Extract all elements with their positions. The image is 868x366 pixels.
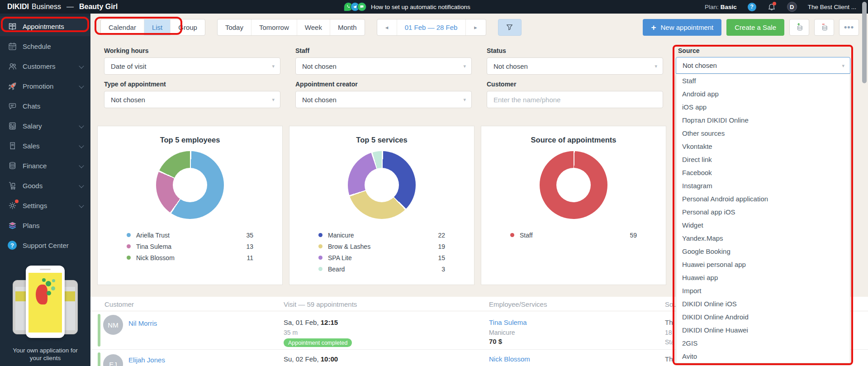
sidebar-item-plans[interactable]: Plans (0, 215, 90, 235)
source-option[interactable]: Personal app iOS (676, 205, 850, 219)
visit-datetime: Sa, 01 Feb, 12:15 (284, 318, 338, 326)
staff-select[interactable]: Not chosen (295, 57, 472, 75)
toolbar: Calendar List Group Today Tomorrow Week … (90, 14, 868, 41)
sidebar-item-chats[interactable]: Chats (0, 96, 90, 116)
scrollbar-thumb[interactable] (862, 2, 867, 83)
source-option[interactable]: Google Booking (676, 245, 850, 258)
status-badge: Appointment completed (284, 338, 352, 347)
chevron-down-icon (79, 83, 84, 88)
source-option[interactable]: Staff (676, 74, 850, 87)
prev-period-arrow[interactable]: ◂ (377, 19, 397, 35)
sidebar-item-schedule[interactable]: Schedule (0, 36, 90, 56)
account-avatar[interactable]: D (787, 2, 797, 12)
source-option[interactable]: Facebook (676, 166, 850, 179)
source-option[interactable]: DIKIDI Online iOS (676, 297, 850, 310)
legend-dot (318, 256, 323, 260)
sidebar-item-goods[interactable]: Goods (0, 176, 90, 195)
legend-value: 3 (441, 266, 445, 273)
employee-name-link[interactable]: Tina Sulema (489, 318, 527, 326)
help-icon[interactable]: ? (748, 3, 756, 11)
source-option[interactable]: DIKIDI Online Android (676, 310, 850, 323)
filter-working-hours: Working hours Date of visit (104, 47, 280, 75)
sidebar-item-customers[interactable]: Customers (0, 56, 90, 76)
legend-label: Ariella Trust (136, 232, 246, 239)
appointments-book-icon (7, 21, 17, 31)
chart-title: Source of appointments (531, 136, 617, 144)
sidebar-item-sales[interactable]: Sales (0, 136, 90, 156)
type-of-appointment-select[interactable]: Not chosen (104, 91, 280, 108)
sidebar-item-label: Schedule (23, 43, 51, 50)
calendar-icon (7, 41, 17, 51)
account-name[interactable]: The Best Client ... (808, 4, 856, 10)
legend-item: Staff59 (510, 229, 637, 241)
tab-group[interactable]: Group (171, 19, 205, 35)
source-option[interactable]: Import (676, 284, 850, 297)
sidebar-item-support-center[interactable]: Support Center (0, 235, 90, 255)
legend-value: 35 (246, 232, 253, 239)
source-option[interactable]: DIKIDI Online Huawei (676, 323, 850, 337)
source-option[interactable]: iOS app (676, 100, 850, 114)
date-navigator: ◂ 01 Feb — 28 Feb ▸ (377, 19, 486, 36)
employee-name-link[interactable]: Nick Blossom (489, 355, 530, 363)
tab-calendar[interactable]: Calendar (101, 19, 144, 35)
status-select[interactable]: Not chosen (487, 57, 663, 75)
source-option[interactable]: Yandex.Maps (676, 232, 850, 245)
source-select[interactable]: Not chosen (676, 57, 850, 74)
banner-text[interactable]: How to set up automatic notifications (371, 4, 470, 10)
chart-card-top5-employees: Top 5 employees Ariella Trust35 Tina Sul… (97, 126, 283, 285)
source-option[interactable]: Instagram (676, 179, 850, 192)
source-option[interactable]: Vkontakte (676, 140, 850, 153)
tab-tomorrow[interactable]: Tomorrow (251, 19, 297, 35)
source-option[interactable]: Other sources (676, 127, 850, 140)
working-hours-select[interactable]: Date of visit (104, 57, 280, 75)
source-option[interactable]: Widget (676, 219, 850, 232)
phone-center (26, 266, 65, 338)
source-option[interactable]: 2GIS (676, 337, 850, 350)
visit-time: 10:00 (321, 355, 338, 363)
filter-label: Status (487, 47, 663, 54)
sidebar-item-promotion[interactable]: Promotion (0, 76, 90, 96)
chevron-down-icon (79, 143, 84, 148)
sidebar-item-label: Salary (23, 122, 42, 130)
filter-label: Working hours (104, 47, 280, 54)
appointment-creator-select[interactable]: Not chosen (295, 91, 472, 108)
source-option[interactable]: Personal Android application (676, 192, 850, 205)
source-option[interactable]: Huawei personal app (676, 258, 850, 271)
plan-info[interactable]: Plan:Basic (705, 4, 737, 10)
visit-time: 12:15 (321, 318, 338, 326)
source-option[interactable]: Direct link (676, 153, 850, 166)
tab-list[interactable]: List (144, 19, 171, 35)
create-sale-button[interactable]: Create a Sale (726, 19, 784, 36)
caret-down-icon (463, 63, 466, 69)
question-icon (7, 240, 17, 250)
chart-legend: Staff59 (481, 229, 666, 241)
sidebar-item-finance[interactable]: Finance (0, 156, 90, 176)
source-option[interactable]: Android app (676, 87, 850, 100)
tab-today[interactable]: Today (218, 19, 251, 35)
more-options-button[interactable]: ••• (839, 19, 859, 36)
income-coins-button[interactable] (789, 19, 809, 36)
filter-button[interactable] (498, 19, 522, 36)
source-option[interactable]: Avito (676, 350, 850, 363)
customer-name-link[interactable]: Elijah Jones (128, 356, 165, 364)
tab-week[interactable]: Week (297, 19, 330, 35)
sidebar-item-settings[interactable]: Settings (0, 195, 90, 215)
date-range[interactable]: 01 Feb — 28 Feb (397, 19, 466, 35)
source-option[interactable]: Портал DIKIDI Online (676, 114, 850, 127)
messenger-icons (344, 2, 366, 11)
filter-label: Customer (487, 81, 663, 88)
new-appointment-button[interactable]: + New appointment (643, 19, 721, 36)
notification-banner[interactable]: How to set up automatic notifications (344, 0, 470, 14)
funnel-icon (505, 23, 514, 32)
sidebar-item-appointments[interactable]: Appointments (0, 16, 90, 36)
customer-search-input[interactable] (487, 91, 663, 108)
sidebar-item-label: Sales (23, 142, 40, 150)
sidebar-item-label: Chats (23, 102, 40, 110)
tab-month[interactable]: Month (330, 19, 365, 35)
expense-coins-button[interactable] (814, 19, 834, 36)
notifications-bell-icon[interactable] (767, 2, 776, 11)
source-option[interactable]: Huawei app (676, 271, 850, 284)
next-period-arrow[interactable]: ▸ (466, 19, 486, 35)
sidebar-item-salary[interactable]: Salary (0, 116, 90, 136)
customer-name-link[interactable]: Nil Morris (128, 319, 157, 327)
